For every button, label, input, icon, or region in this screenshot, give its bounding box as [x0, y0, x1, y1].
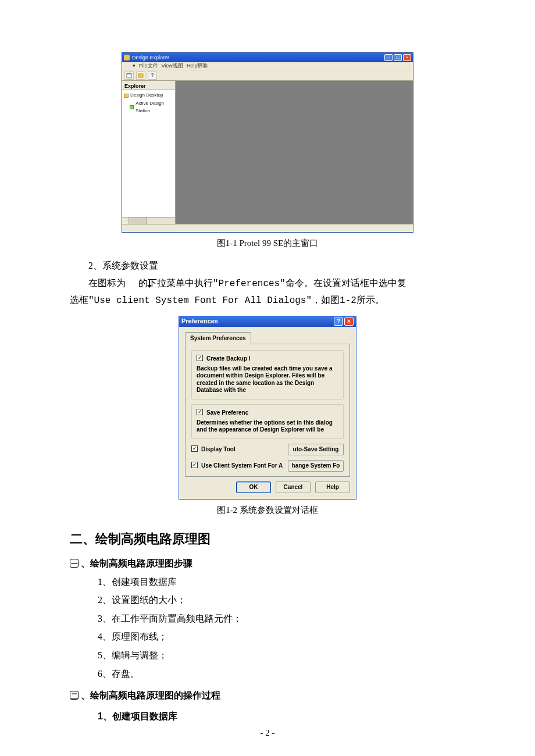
tree-label: Design Desktop: [130, 92, 163, 99]
list-item: 3、在工作平面防置高频电路元件；: [70, 611, 465, 626]
list-item: 1、创建项目数据库: [70, 575, 465, 590]
fig1-tree: Design Desktop Active Design Station: [122, 90, 175, 217]
cancel-button[interactable]: Cancel: [276, 482, 311, 493]
heading-sub-1: 一 、绘制高频电路原理图步骤: [70, 556, 465, 571]
page-number: - 2 -: [0, 726, 535, 740]
chip-icon: [130, 105, 134, 109]
list-item: 6、存盘。: [70, 666, 465, 682]
fig1-canvas: [176, 81, 413, 224]
checkbox-save-pref[interactable]: ✓ Save Preferenc: [197, 408, 338, 418]
fig1-toolbar: ?: [122, 70, 413, 81]
enclosed-number-icon: 二: [70, 691, 79, 700]
fig2-caption: 图1-2 系统参数设置对话框: [70, 503, 465, 517]
fig1-menubar: ▾ File文件 View视图 Help帮助: [122, 62, 413, 70]
text-seg-1b: 的下拉菜单中执行"Preferences"命令。在设置对话框中选中复: [138, 279, 406, 289]
help-button[interactable]: ?: [334, 318, 343, 326]
desc-backup: Backup files will be created each time y…: [197, 365, 338, 394]
text-seg-1a: 在图标为: [88, 278, 128, 288]
svg-rect-1: [127, 73, 131, 74]
heading-sub-2: 二 、绘制高频电路原理图的操作过程: [70, 688, 465, 703]
fig1-statusbar: [122, 224, 413, 232]
checkbox-label: Create Backup I: [206, 354, 251, 363]
list-item: 4、原理图布线；: [70, 629, 465, 644]
explorer-tab[interactable]: Explorer: [122, 81, 175, 90]
app-icon: [124, 55, 130, 60]
heading-sub-2-1: 1、创建项目数据库: [70, 709, 465, 724]
fig1-sidebar-hscroll[interactable]: [122, 217, 175, 224]
close-button[interactable]: ×: [403, 54, 411, 61]
change-system-font-button[interactable]: hange System Fo: [288, 460, 344, 472]
close-button[interactable]: ×: [344, 318, 354, 326]
fig1-sidebar: Explorer Design Desktop Active Design St…: [122, 81, 176, 224]
fig1-title: Design Explorer: [132, 54, 169, 62]
menu-help[interactable]: Help帮助: [187, 62, 208, 70]
svg-rect-2: [138, 74, 143, 77]
checkbox-create-backup[interactable]: ✓ Create Backup I: [197, 354, 338, 363]
fig1-titlebar: Design Explorer – □ ×: [122, 53, 413, 62]
menu-file[interactable]: File文件: [139, 62, 158, 70]
heading-section-2: 二、绘制高频电路原理图: [70, 529, 465, 549]
tree-label: Active Design Station: [135, 100, 173, 115]
toolbar-help-button[interactable]: ?: [148, 72, 157, 80]
list-item: 5、编辑与调整；: [70, 648, 465, 663]
checkbox-label: Save Preferenc: [206, 408, 248, 418]
para-body-2: 选框"Use client System Font For All Dialog…: [70, 294, 465, 309]
para-body-1: 在图标为 的下拉菜单中执行"Preferences"命令。在设置对话框中选中复: [70, 276, 465, 292]
ok-button[interactable]: OK: [236, 482, 271, 493]
desc-save: Determines whether the options set in th…: [197, 419, 338, 434]
checkbox-label: Display Tool: [201, 445, 236, 454]
fig2-preferences-dialog: Preferences ? × System Preferences ✓ Cre…: [179, 316, 356, 500]
fig1-protel-window: Design Explorer – □ × ▾ File文件 View视图 He…: [122, 52, 413, 233]
folder-icon: [124, 94, 129, 98]
enclosed-number-icon: 一: [70, 559, 79, 568]
fig2-titlebar: Preferences ? ×: [179, 316, 356, 327]
checkbox-icon: ✓: [191, 445, 198, 452]
checkbox-icon: ✓: [197, 409, 203, 415]
toolbar-button-2[interactable]: [136, 72, 145, 80]
maximize-button[interactable]: □: [394, 54, 402, 61]
checkbox-display-tool[interactable]: ✓ Display Tool: [191, 445, 236, 454]
minimize-button[interactable]: –: [384, 54, 393, 61]
down-arrow-icon: [128, 276, 136, 291]
toolbar-button-1[interactable]: [124, 72, 134, 80]
dropdown-arrow-icon[interactable]: ▾: [133, 62, 135, 70]
checkbox-icon: ✓: [197, 355, 203, 361]
group-save-pref: ✓ Save Preferenc Determines whether the …: [191, 404, 344, 439]
fig1-caption: 图1-1 Protel 99 SE的主窗口: [70, 236, 465, 250]
fig2-title: Preferences: [181, 316, 218, 327]
heading-sub-2-label: 、绘制高频电路原理图的操作过程: [81, 688, 220, 703]
tree-item-desktop[interactable]: Design Desktop: [124, 92, 173, 99]
para-num2: 2、系统参数设置: [70, 258, 465, 273]
heading-sub-1-label: 、绘制高频电路原理图步骤: [81, 556, 192, 571]
fig2-panel: ✓ Create Backup I Backup files will be c…: [185, 344, 350, 477]
help-button[interactable]: Help: [315, 482, 350, 493]
group-backup: ✓ Create Backup I Backup files will be c…: [191, 350, 344, 400]
checkbox-use-client-font[interactable]: ✓ Use Client System Font For A: [191, 461, 283, 470]
tree-item-station[interactable]: Active Design Station: [130, 100, 173, 115]
menu-view[interactable]: View视图: [162, 62, 183, 70]
checkbox-icon: ✓: [191, 462, 198, 468]
autosave-settings-button[interactable]: uto-Save Setting: [288, 444, 344, 455]
tab-system-preferences[interactable]: System Preferences: [185, 332, 251, 344]
checkbox-label: Use Client System Font For A: [201, 461, 283, 470]
list-item: 2、设置图纸的大小；: [70, 593, 465, 608]
